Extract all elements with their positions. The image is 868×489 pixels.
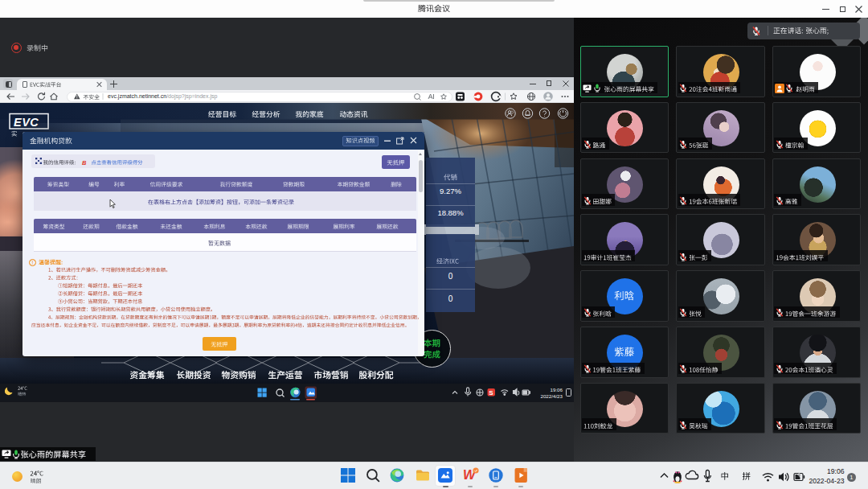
svg-text:2022/4/23: 2022/4/23 (540, 393, 563, 399)
svg-text:!: ! (32, 259, 34, 265)
svg-text:19:06: 19:06 (551, 387, 563, 392)
svg-text:S: S (489, 389, 493, 397)
svg-text:EVC: EVC (14, 116, 39, 129)
